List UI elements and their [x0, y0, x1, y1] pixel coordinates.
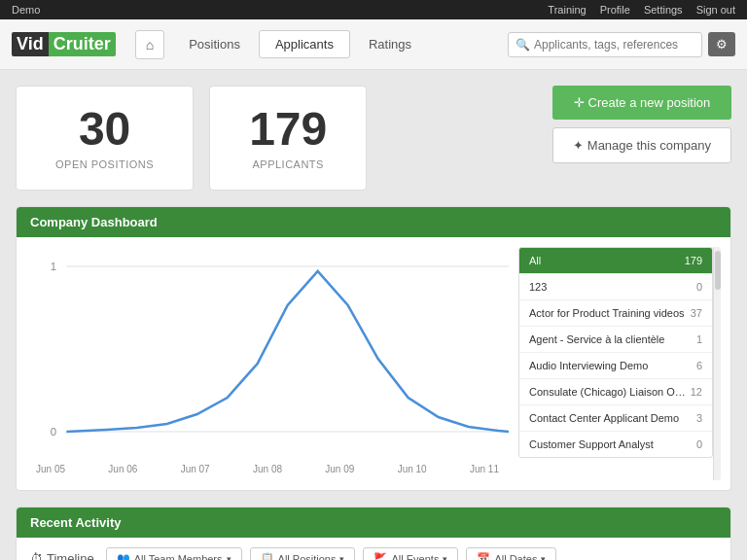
dashboard-body: 1 0 Jun 05 Jun 06 Jun 07 Jun 08 Jun 09 J…: [17, 237, 730, 490]
position-item[interactable]: 1230: [519, 274, 712, 300]
scrollbar-thumb: [715, 251, 721, 290]
gear-button[interactable]: ⚙: [708, 32, 735, 56]
x-label-5: Jun 10: [398, 464, 427, 474]
nav-bar: VidCruiter ⌂ Positions Applicants Rating…: [0, 19, 747, 70]
chart-area: 1 0 Jun 05 Jun 06 Jun 07 Jun 08 Jun 09 J…: [26, 247, 509, 480]
demo-label: Demo: [12, 4, 40, 16]
x-label-1: Jun 06: [108, 464, 137, 474]
positions-filter[interactable]: 📋 All Positions ▾: [250, 547, 356, 560]
team-label: All Team Members: [134, 553, 223, 561]
pos-count: 6: [696, 360, 702, 371]
x-label-4: Jun 09: [325, 464, 354, 474]
top-bar: Demo Training Profile Settings Sign out: [0, 0, 747, 19]
main-content: 30 OPEN POSITIONS 179 APPLICANTS ✛ Creat…: [0, 70, 747, 560]
applicants-card: 179 APPLICANTS: [209, 86, 367, 191]
open-positions-number: 30: [55, 106, 154, 153]
timeline-label: ⏱ Timeline: [30, 551, 94, 560]
applicants-label: APPLICANTS: [249, 158, 327, 170]
team-members-filter[interactable]: 👥 All Team Members ▾: [106, 547, 242, 560]
logo[interactable]: VidCruiter: [12, 32, 116, 56]
recent-header: Recent Activity: [17, 508, 730, 538]
nav-tabs: Positions Applicants Ratings: [172, 30, 428, 58]
settings-link[interactable]: Settings: [644, 4, 683, 16]
pos-count: 37: [691, 307, 702, 319]
position-item[interactable]: Consulate (Chicago) Liaison Officer12: [519, 379, 712, 405]
events-icon: 🚩: [374, 552, 387, 560]
scrollbar[interactable]: [713, 247, 721, 480]
position-item[interactable]: Contact Center Applicant Demo3: [519, 405, 712, 432]
training-link[interactable]: Training: [548, 4, 586, 16]
events-label: All Events: [391, 553, 439, 561]
dashboard-section: Company Dashboard 1 0 Jun 05 Jun 06 Ju: [16, 206, 731, 491]
chart-x-labels: Jun 05 Jun 06 Jun 07 Jun 08 Jun 09 Jun 1…: [26, 464, 509, 474]
create-position-button[interactable]: ✛ Create a new position: [552, 86, 731, 120]
pos-name: 123: [529, 281, 693, 293]
open-positions-card: 30 OPEN POSITIONS: [16, 86, 194, 191]
search-input[interactable]: [508, 32, 702, 57]
position-list-wrap: All1791230Actor for Product Training vid…: [518, 247, 721, 480]
recent-filters: ⏱ Timeline 👥 All Team Members ▾ 📋 All Po…: [30, 547, 717, 560]
dates-label: All Dates: [494, 553, 537, 561]
pos-count: 179: [685, 255, 702, 266]
position-list: All1791230Actor for Product Training vid…: [518, 247, 713, 458]
position-item[interactable]: Actor for Product Training videos37: [519, 300, 712, 327]
team-caret: ▾: [227, 554, 231, 561]
pos-name: Agent - Service à la clientèle: [529, 333, 693, 345]
tab-applicants[interactable]: Applicants: [259, 30, 350, 58]
pos-count: 1: [696, 333, 702, 345]
pos-name: Consulate (Chicago) Liaison Officer: [529, 386, 687, 398]
profile-link[interactable]: Profile: [600, 4, 630, 16]
position-item[interactable]: Customer Support Analyst0: [519, 432, 712, 457]
pos-count: 0: [696, 438, 702, 450]
stats-row: 30 OPEN POSITIONS 179 APPLICANTS ✛ Creat…: [16, 86, 731, 191]
events-filter[interactable]: 🚩 All Events ▾: [363, 547, 458, 560]
clock-icon: ⏱: [30, 551, 43, 560]
logo-cruiter: Cruiter: [49, 32, 116, 56]
recent-body: ⏱ Timeline 👥 All Team Members ▾ 📋 All Po…: [17, 538, 730, 560]
pos-name: Contact Center Applicant Demo: [529, 412, 693, 424]
manage-company-button[interactable]: ✦ Manage this company: [552, 127, 731, 163]
dashboard-header: Company Dashboard: [17, 207, 730, 237]
x-label-3: Jun 08: [253, 464, 282, 474]
pos-count: 3: [696, 412, 702, 424]
dates-icon: 📅: [477, 552, 490, 560]
positions-caret: ▾: [339, 554, 344, 561]
dates-caret: ▾: [541, 554, 546, 561]
applicants-number: 179: [249, 106, 327, 153]
search-wrap: 🔍: [508, 32, 702, 57]
events-caret: ▾: [443, 554, 447, 561]
chart-svg: 1 0: [26, 247, 509, 461]
home-button[interactable]: ⌂: [135, 30, 164, 59]
team-icon: 👥: [117, 552, 130, 560]
position-item[interactable]: Audio Interviewing Demo6: [519, 353, 712, 379]
svg-text:0: 0: [51, 426, 56, 438]
dates-filter[interactable]: 📅 All Dates ▾: [466, 547, 556, 560]
nav-search: 🔍 ⚙: [508, 32, 735, 57]
top-bar-links: Training Profile Settings Sign out: [548, 4, 735, 16]
tab-positions[interactable]: Positions: [172, 30, 257, 58]
signout-link[interactable]: Sign out: [696, 4, 735, 16]
position-item[interactable]: Agent - Service à la clientèle1: [519, 327, 712, 353]
recent-section: Recent Activity ⏱ Timeline 👥 All Team Me…: [16, 507, 731, 560]
timeline-text: Timeline: [47, 551, 94, 560]
tab-ratings[interactable]: Ratings: [352, 30, 428, 58]
pos-name: Customer Support Analyst: [529, 438, 693, 450]
positions-label: All Positions: [278, 553, 337, 561]
pos-name: All: [529, 255, 681, 266]
positions-icon: 📋: [261, 552, 274, 560]
svg-text:1: 1: [51, 261, 56, 272]
open-positions-label: OPEN POSITIONS: [55, 158, 154, 170]
x-label-2: Jun 07: [181, 464, 210, 474]
x-label-0: Jun 05: [36, 464, 65, 474]
pos-count: 0: [696, 281, 702, 293]
position-item[interactable]: All179: [519, 248, 712, 274]
search-icon: 🔍: [516, 38, 530, 52]
x-label-6: Jun 11: [470, 464, 499, 474]
pos-name: Actor for Product Training videos: [529, 307, 687, 319]
action-buttons: ✛ Create a new position ✦ Manage this co…: [552, 86, 731, 163]
pos-name: Audio Interviewing Demo: [529, 360, 693, 371]
pos-count: 12: [691, 386, 702, 398]
logo-vid: Vid: [12, 32, 49, 56]
